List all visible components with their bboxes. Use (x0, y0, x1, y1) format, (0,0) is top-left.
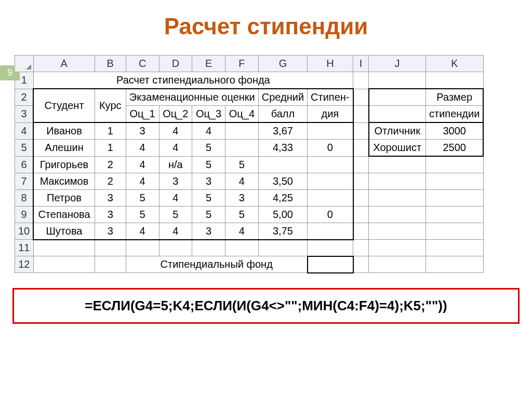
cell[interactable]: 4 (126, 223, 159, 240)
cell[interactable] (369, 240, 426, 256)
cell[interactable]: 5 (192, 189, 225, 206)
cell[interactable] (126, 240, 159, 256)
cell[interactable] (369, 189, 426, 206)
cell[interactable]: Шутова (33, 223, 95, 240)
cell[interactable]: 3,67 (258, 122, 307, 140)
cell[interactable] (95, 256, 126, 273)
col-F[interactable]: F (225, 56, 259, 72)
cell[interactable] (353, 240, 369, 256)
hdr-oc3[interactable]: Оц_3 (192, 106, 225, 123)
col-B[interactable]: B (95, 56, 126, 72)
cell[interactable]: 3 (126, 122, 159, 140)
row-12[interactable]: 12 (15, 256, 34, 273)
hdr-oc2[interactable]: Оц_2 (159, 106, 192, 123)
col-C[interactable]: C (126, 56, 159, 72)
cell[interactable]: 2500 (426, 140, 484, 157)
cell[interactable]: 4 (159, 140, 192, 157)
cell[interactable] (369, 72, 426, 89)
cell[interactable] (225, 240, 259, 256)
cell[interactable] (426, 156, 484, 173)
cell[interactable] (426, 189, 484, 206)
cell[interactable]: 3 (225, 189, 259, 206)
cell[interactable] (353, 72, 369, 89)
hdr-avg1[interactable]: Средний (258, 89, 307, 106)
cell[interactable]: 2 (95, 156, 126, 173)
cell[interactable]: Отличник (369, 122, 426, 140)
col-G[interactable]: G (258, 56, 307, 72)
col-I[interactable]: I (353, 56, 369, 72)
row-8[interactable]: 8 (15, 189, 34, 206)
col-H[interactable]: H (308, 56, 353, 72)
cell[interactable]: 4 (126, 140, 159, 157)
cell[interactable] (225, 140, 259, 157)
cell[interactable]: Степанова (33, 206, 95, 223)
cell[interactable] (353, 89, 369, 106)
cell[interactable]: Григорьев (33, 156, 95, 173)
cell[interactable]: 4 (159, 122, 192, 140)
hdr-stip1[interactable]: Стипен- (308, 89, 353, 106)
cell[interactable]: 5 (126, 206, 159, 223)
select-all-corner[interactable] (15, 56, 34, 72)
cell[interactable]: 1 (95, 122, 126, 140)
cell[interactable]: 5 (126, 189, 159, 206)
cell[interactable]: 4,25 (258, 189, 307, 206)
cell[interactable] (353, 140, 369, 157)
hdr-size1[interactable]: Размер (426, 89, 484, 106)
cell[interactable]: 3 (95, 223, 126, 240)
cell[interactable] (308, 122, 353, 140)
cell[interactable]: 3,75 (258, 223, 307, 240)
cell[interactable] (369, 223, 426, 240)
cell[interactable]: 3 (159, 173, 192, 189)
cell[interactable] (308, 240, 353, 256)
cell[interactable]: 5 (192, 206, 225, 223)
col-A[interactable]: A (33, 56, 95, 72)
cell[interactable]: 3,50 (258, 173, 307, 189)
cell[interactable]: 0 (308, 140, 353, 157)
cell[interactable]: 3000 (426, 122, 484, 140)
cell[interactable] (308, 173, 353, 189)
cell[interactable] (353, 256, 369, 273)
cell[interactable]: 5 (192, 156, 225, 173)
cell[interactable]: 0 (308, 206, 353, 223)
fund-total-cell[interactable] (308, 256, 353, 273)
cell[interactable]: 3 (192, 223, 225, 240)
cell[interactable]: 2 (95, 173, 126, 189)
footer-label[interactable]: Стипендиальный фонд (126, 256, 307, 273)
cell[interactable]: 1 (95, 140, 126, 157)
cell[interactable]: 4 (126, 156, 159, 173)
col-E[interactable]: E (192, 56, 225, 72)
cell[interactable]: 5,00 (258, 206, 307, 223)
cell[interactable] (192, 240, 225, 256)
cell[interactable] (225, 122, 259, 140)
cell[interactable]: 5 (225, 206, 259, 223)
cell[interactable]: 4 (159, 189, 192, 206)
hdr-student[interactable]: Студент (33, 89, 95, 122)
cell[interactable]: 3 (192, 173, 225, 189)
cell[interactable]: Алешин (33, 140, 95, 157)
cell[interactable] (369, 256, 426, 273)
cell[interactable] (369, 206, 426, 223)
row-7[interactable]: 7 (15, 173, 34, 189)
cell[interactable] (308, 156, 353, 173)
cell[interactable] (95, 240, 126, 256)
cell[interactable]: 4,33 (258, 140, 307, 157)
row-9[interactable]: 9 (15, 206, 34, 223)
cell[interactable] (353, 206, 369, 223)
hdr-exam[interactable]: Экзаменационные оценки (126, 89, 258, 106)
hdr-stip2[interactable]: дия (308, 106, 353, 123)
cell[interactable] (426, 256, 484, 273)
cell[interactable] (426, 173, 484, 189)
cell[interactable] (353, 223, 369, 240)
cell[interactable]: 3 (95, 189, 126, 206)
cell[interactable]: 5 (159, 206, 192, 223)
row-3[interactable]: 3 (15, 106, 34, 123)
col-D[interactable]: D (159, 56, 192, 72)
hdr-oc1[interactable]: Оц_1 (126, 106, 159, 123)
cell[interactable]: 3 (95, 206, 126, 223)
cell[interactable] (353, 122, 369, 140)
cell[interactable]: 5 (225, 156, 259, 173)
cell[interactable] (426, 206, 484, 223)
cell[interactable]: Хорошист (369, 140, 426, 157)
hdr-oc4[interactable]: Оц_4 (225, 106, 259, 123)
hdr-course[interactable]: Курс (95, 89, 126, 122)
